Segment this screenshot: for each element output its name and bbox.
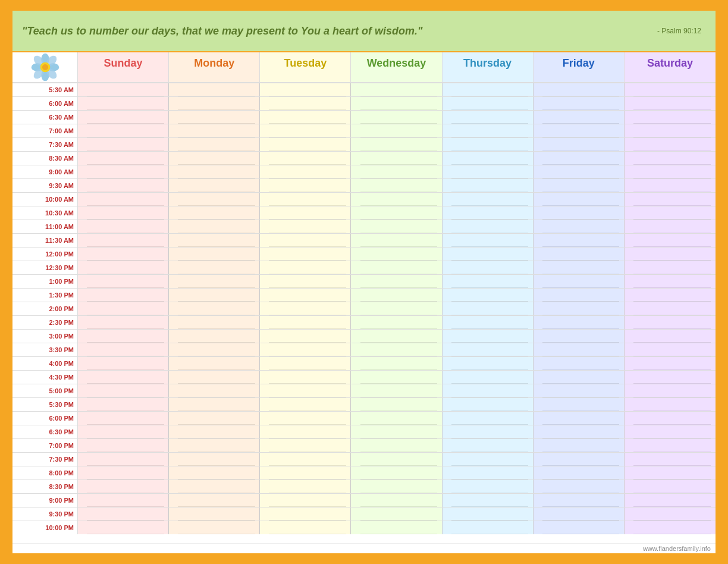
time-cell[interactable] xyxy=(169,83,260,96)
time-cell[interactable] xyxy=(169,275,260,288)
time-cell[interactable] xyxy=(260,234,351,247)
time-cell[interactable] xyxy=(443,138,534,151)
time-cell[interactable] xyxy=(351,220,442,233)
time-cell[interactable] xyxy=(78,384,169,397)
time-cell[interactable] xyxy=(78,179,169,192)
time-cell[interactable] xyxy=(625,97,716,110)
time-cell[interactable] xyxy=(625,453,716,466)
time-cell[interactable] xyxy=(260,302,351,315)
time-cell[interactable] xyxy=(169,330,260,343)
time-cell[interactable] xyxy=(169,179,260,192)
time-cell[interactable] xyxy=(534,316,625,329)
time-cell[interactable] xyxy=(169,398,260,411)
time-cell[interactable] xyxy=(443,152,534,165)
time-cell[interactable] xyxy=(169,247,260,261)
time-cell[interactable] xyxy=(443,466,534,480)
time-cell[interactable] xyxy=(443,234,534,247)
time-cell[interactable] xyxy=(534,507,625,521)
time-cell[interactable] xyxy=(351,425,442,438)
time-cell[interactable] xyxy=(351,466,442,480)
time-cell[interactable] xyxy=(169,124,260,137)
time-cell[interactable] xyxy=(169,165,260,178)
time-cell[interactable] xyxy=(78,521,169,534)
time-cell[interactable] xyxy=(351,193,442,206)
time-cell[interactable] xyxy=(534,371,625,384)
time-cell[interactable] xyxy=(260,439,351,452)
time-cell[interactable] xyxy=(443,412,534,425)
time-cell[interactable] xyxy=(443,507,534,521)
time-cell[interactable] xyxy=(78,439,169,452)
time-cell[interactable] xyxy=(534,261,625,274)
time-cell[interactable] xyxy=(351,111,442,124)
time-cell[interactable] xyxy=(169,289,260,302)
time-cell[interactable] xyxy=(351,179,442,192)
time-cell[interactable] xyxy=(169,371,260,384)
time-cell[interactable] xyxy=(443,425,534,438)
time-cell[interactable] xyxy=(169,357,260,370)
time-cell[interactable] xyxy=(443,247,534,261)
time-cell[interactable] xyxy=(351,275,442,288)
time-cell[interactable] xyxy=(625,247,716,261)
time-cell[interactable] xyxy=(260,83,351,96)
time-cell[interactable] xyxy=(260,316,351,329)
time-cell[interactable] xyxy=(625,480,716,493)
time-cell[interactable] xyxy=(443,398,534,411)
time-cell[interactable] xyxy=(260,398,351,411)
time-cell[interactable] xyxy=(443,179,534,192)
time-cell[interactable] xyxy=(169,193,260,206)
time-cell[interactable] xyxy=(443,289,534,302)
time-cell[interactable] xyxy=(625,494,716,507)
time-cell[interactable] xyxy=(260,425,351,438)
time-cell[interactable] xyxy=(534,165,625,178)
time-cell[interactable] xyxy=(534,275,625,288)
time-cell[interactable] xyxy=(534,494,625,507)
time-cell[interactable] xyxy=(260,357,351,370)
time-cell[interactable] xyxy=(260,97,351,110)
time-cell[interactable] xyxy=(78,234,169,247)
time-cell[interactable] xyxy=(443,97,534,110)
time-cell[interactable] xyxy=(534,453,625,466)
time-cell[interactable] xyxy=(169,343,260,356)
time-cell[interactable] xyxy=(351,302,442,315)
time-cell[interactable] xyxy=(351,261,442,274)
time-cell[interactable] xyxy=(625,152,716,165)
time-cell[interactable] xyxy=(260,124,351,137)
time-cell[interactable] xyxy=(78,425,169,438)
time-cell[interactable] xyxy=(260,152,351,165)
time-cell[interactable] xyxy=(443,206,534,220)
time-cell[interactable] xyxy=(534,247,625,261)
time-cell[interactable] xyxy=(78,412,169,425)
time-cell[interactable] xyxy=(534,83,625,96)
time-cell[interactable] xyxy=(351,453,442,466)
time-cell[interactable] xyxy=(534,398,625,411)
time-cell[interactable] xyxy=(169,480,260,493)
time-cell[interactable] xyxy=(625,111,716,124)
time-cell[interactable] xyxy=(625,275,716,288)
time-cell[interactable] xyxy=(78,220,169,233)
time-cell[interactable] xyxy=(169,494,260,507)
time-cell[interactable] xyxy=(534,138,625,151)
time-cell[interactable] xyxy=(351,398,442,411)
time-cell[interactable] xyxy=(78,124,169,137)
time-cell[interactable] xyxy=(78,193,169,206)
time-cell[interactable] xyxy=(169,384,260,397)
time-cell[interactable] xyxy=(169,316,260,329)
time-cell[interactable] xyxy=(443,111,534,124)
time-cell[interactable] xyxy=(260,343,351,356)
time-cell[interactable] xyxy=(443,316,534,329)
time-cell[interactable] xyxy=(78,152,169,165)
time-cell[interactable] xyxy=(443,275,534,288)
time-cell[interactable] xyxy=(260,138,351,151)
time-cell[interactable] xyxy=(625,124,716,137)
time-cell[interactable] xyxy=(169,425,260,438)
time-cell[interactable] xyxy=(260,111,351,124)
time-cell[interactable] xyxy=(534,357,625,370)
time-cell[interactable] xyxy=(169,138,260,151)
time-cell[interactable] xyxy=(169,220,260,233)
time-cell[interactable] xyxy=(78,206,169,220)
time-cell[interactable] xyxy=(260,289,351,302)
time-cell[interactable] xyxy=(443,343,534,356)
time-cell[interactable] xyxy=(534,220,625,233)
time-cell[interactable] xyxy=(351,371,442,384)
time-cell[interactable] xyxy=(625,521,716,534)
